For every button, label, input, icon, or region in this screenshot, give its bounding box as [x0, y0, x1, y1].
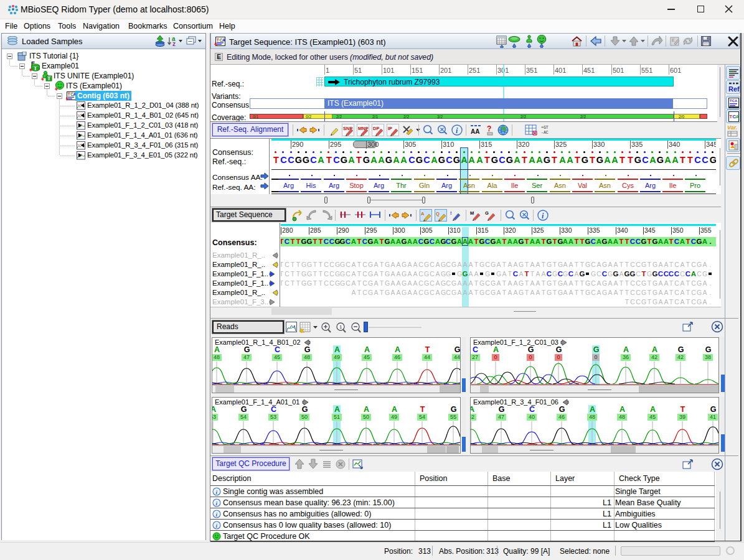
svg-text:Ref: Ref — [728, 85, 740, 93]
svg-text:IP: IP — [388, 126, 392, 131]
svg-text:Var.: Var. — [727, 124, 737, 131]
svg-text:-AC: -AC — [541, 131, 549, 135]
svg-text:?: ? — [487, 124, 491, 133]
svg-text:1: 1 — [339, 324, 342, 330]
svg-text:T: T — [47, 75, 51, 82]
svg-text:A: A — [736, 114, 740, 119]
svg-text:A: A — [421, 211, 425, 217]
svg-text:z: z — [172, 40, 176, 47]
svg-text:T: T — [34, 65, 37, 72]
svg-text:Q: Q — [436, 211, 440, 217]
svg-text:M: M — [470, 210, 474, 216]
svg-text:T: T — [68, 92, 70, 96]
svg-text:+GT: +GT — [541, 126, 549, 130]
svg-text:AA: AA — [471, 128, 479, 135]
svg-text:DP: DP — [373, 126, 379, 131]
svg-text:A: A — [222, 38, 225, 42]
svg-text:!: ! — [450, 210, 452, 216]
svg-text:G: G — [485, 210, 489, 216]
svg-text:TCA: TCA — [730, 99, 738, 103]
svg-text:E: E — [672, 38, 675, 42]
